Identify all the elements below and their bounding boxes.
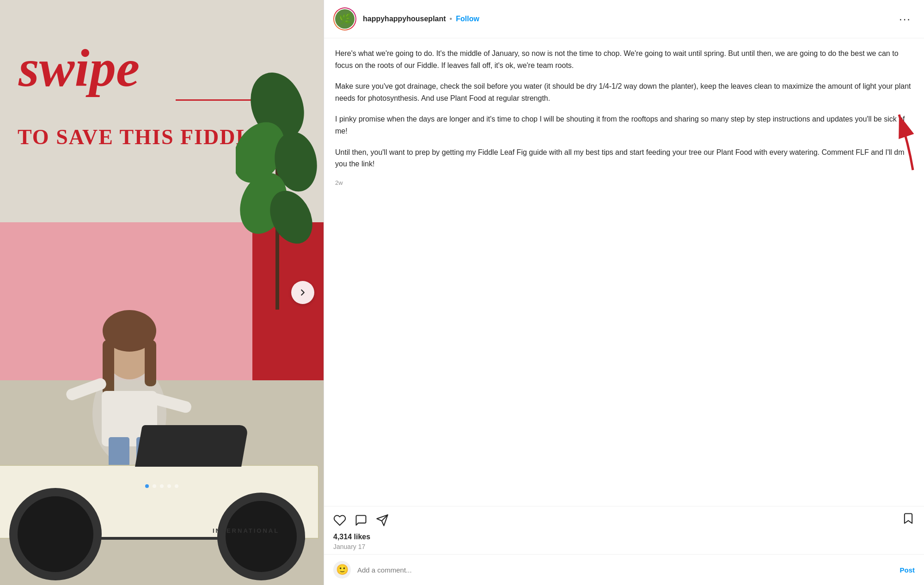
like-button[interactable] [333, 514, 346, 527]
caption-block: Here's what we're going to do. It's the … [335, 48, 913, 186]
carousel-dots [145, 484, 178, 488]
likes-count: 4,314 likes [333, 533, 915, 541]
commenter-avatar: 🙂 [333, 561, 351, 579]
comment-area: 🙂 Post [324, 554, 924, 585]
save-fiddle-text: TO SAVE THIS FIDDLE [18, 125, 266, 149]
carousel-dot-5[interactable] [175, 484, 178, 488]
share-button[interactable] [376, 514, 389, 527]
car-badge: INTERNATIONAL [213, 527, 279, 534]
carousel-dot-4[interactable] [167, 484, 171, 488]
username[interactable]: happyhappyhouseplant [363, 15, 446, 23]
caption-paragraph-4-wrapper: Until then, you'll want to prep by getti… [335, 146, 913, 170]
comment-input[interactable] [357, 566, 893, 574]
plant-illustration [236, 69, 319, 310]
carousel-dot-2[interactable] [153, 484, 156, 488]
likes-date: January 17 [333, 543, 915, 550]
swipe-text: swipe [18, 42, 140, 95]
comment-button[interactable] [355, 514, 367, 527]
post-image-panel: swipe TO SAVE THIS FIDDLE [0, 0, 324, 585]
caption-paragraph-3: I pinky promise when the days are longer… [335, 113, 913, 137]
carousel-dot-3[interactable] [160, 484, 164, 488]
bookmark-button[interactable] [902, 512, 915, 528]
actions-bar: 4,314 likes January 17 [324, 506, 924, 554]
wheel-left [9, 488, 102, 580]
svg-rect-4 [145, 340, 156, 386]
next-slide-button[interactable] [291, 281, 314, 304]
avatar-gradient-ring[interactable]: 🌿 [333, 7, 356, 30]
caption-text: Here's what we're going to do. It's the … [335, 48, 913, 170]
wheel-right [217, 493, 305, 580]
carousel-dot-1[interactable] [145, 484, 149, 488]
avatar-inner: 🌿 [334, 8, 355, 30]
post-comment-button[interactable]: Post [900, 566, 915, 574]
caption-paragraph-4: Until then, you'll want to prep by getti… [335, 146, 913, 170]
caption-paragraph-1: Here's what we're going to do. It's the … [335, 48, 913, 71]
caption-paragraph-2: Make sure you've got drainage, check the… [335, 80, 913, 104]
post-header: 🌿 happyhappyhouseplant • Follow ··· [324, 0, 924, 38]
follow-button[interactable]: Follow [456, 15, 479, 23]
header-info: happyhappyhouseplant • Follow [363, 15, 895, 23]
red-arrow-annotation [876, 96, 924, 179]
dot-separator: • [450, 15, 453, 23]
post-detail-panel: 🌿 happyhappyhouseplant • Follow ··· Here… [324, 0, 924, 585]
car-windshield [135, 425, 249, 467]
more-options-button[interactable]: ··· [895, 12, 915, 25]
avatar: 🌿 [335, 9, 355, 29]
action-icons-row [333, 512, 915, 528]
post-content: Here's what we're going to do. It's the … [324, 38, 924, 506]
post-timestamp: 2w [335, 179, 913, 186]
